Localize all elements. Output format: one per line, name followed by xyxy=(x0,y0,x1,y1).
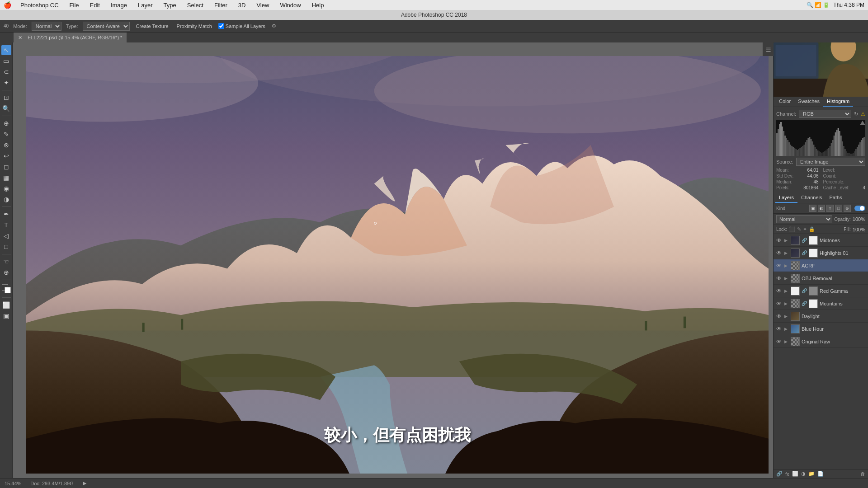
tool-screen-mode[interactable]: ▣ xyxy=(1,311,11,321)
layer-item[interactable]: 👁▶Original Raw xyxy=(774,335,868,348)
filter-pixel-icon[interactable]: ▣ xyxy=(809,205,816,212)
menu-image[interactable]: Image xyxy=(109,2,129,9)
source-select[interactable]: Entire Image xyxy=(796,158,865,166)
filter-adjustment-icon[interactable]: ◐ xyxy=(818,205,825,212)
sample-all-layers-label[interactable]: Sample All Layers xyxy=(218,23,265,29)
filter-smart-icon[interactable]: ⊛ xyxy=(844,205,851,212)
color-swatch[interactable] xyxy=(2,284,11,293)
tool-healing[interactable]: ⊕ xyxy=(1,118,11,128)
layer-item[interactable]: 👁▶ACRF xyxy=(774,259,868,272)
layer-group-arrow-icon[interactable]: ▶ xyxy=(784,339,789,344)
tool-shape[interactable]: □ xyxy=(1,242,11,252)
tool-lasso[interactable]: ⊂ xyxy=(1,67,11,77)
menu-photoshop[interactable]: Photoshop CC xyxy=(19,2,61,9)
layer-item[interactable]: 👁▶Daylight xyxy=(774,310,868,323)
new-layer-icon[interactable]: 📄 xyxy=(817,471,824,477)
proximity-match-btn[interactable]: Proximity Match xyxy=(175,23,214,30)
layer-item[interactable]: 👁▶🔗Red Gamma xyxy=(774,285,868,297)
tab-histogram[interactable]: Histogram xyxy=(823,97,853,107)
filter-type-icon[interactable]: T xyxy=(826,205,834,212)
layer-group-arrow-icon[interactable]: ▶ xyxy=(784,263,789,268)
tab-channels[interactable]: Channels xyxy=(797,193,826,203)
layer-group-arrow-icon[interactable]: ▶ xyxy=(784,327,789,331)
menu-filter[interactable]: Filter xyxy=(212,2,229,9)
tool-brush[interactable]: ✎ xyxy=(1,129,11,139)
channel-select[interactable]: RGB xyxy=(799,110,851,118)
tool-stamp[interactable]: ⊗ xyxy=(1,140,11,150)
link-layers-icon[interactable]: 🔗 xyxy=(776,471,783,477)
canvas-image[interactable]: 较小，但有点困扰我 xyxy=(26,56,769,474)
tool-dodge[interactable]: ◑ xyxy=(1,194,11,204)
tool-path-select[interactable]: ◁ xyxy=(1,231,11,241)
add-mask-icon[interactable]: ⬜ xyxy=(792,471,798,477)
menu-view[interactable]: View xyxy=(255,2,271,9)
layer-visibility-icon[interactable]: 👁 xyxy=(776,288,783,294)
layer-visibility-icon[interactable]: 👁 xyxy=(776,275,783,282)
layer-group-arrow-icon[interactable]: ▶ xyxy=(784,314,789,319)
layer-visibility-icon[interactable]: 👁 xyxy=(776,300,783,307)
add-style-icon[interactable]: fx xyxy=(785,471,789,477)
tool-mask-mode[interactable]: ⬜ xyxy=(1,300,11,310)
lock-paint-icon[interactable]: ✎ xyxy=(797,226,801,232)
blend-mode-select[interactable]: Normal xyxy=(776,215,832,223)
layer-item[interactable]: 👁▶Blue Hour xyxy=(774,323,868,335)
new-adjustment-icon[interactable]: ◑ xyxy=(801,471,806,477)
filter-toggle[interactable] xyxy=(854,206,865,211)
layer-visibility-icon[interactable]: 👁 xyxy=(776,263,783,269)
tool-text[interactable]: T xyxy=(1,220,11,230)
layer-group-arrow-icon[interactable]: ▶ xyxy=(784,289,789,293)
tool-blur[interactable]: ◉ xyxy=(1,183,11,193)
layer-item[interactable]: 👁▶🔗Mountains xyxy=(774,297,868,310)
tool-gradient[interactable]: ▦ xyxy=(1,173,11,183)
options-icon[interactable]: ⚙ xyxy=(272,23,276,29)
menu-3d[interactable]: 3D xyxy=(236,2,248,9)
layer-group-arrow-icon[interactable]: ▶ xyxy=(784,251,789,255)
panel-icon-menu[interactable]: ☰ xyxy=(764,45,773,54)
lock-position-icon[interactable]: ✦ xyxy=(803,226,807,232)
layer-visibility-icon[interactable]: 👁 xyxy=(776,250,783,256)
menu-file[interactable]: File xyxy=(68,2,81,9)
tool-zoom[interactable]: ⊕ xyxy=(1,267,11,277)
create-texture-btn[interactable]: Create Texture xyxy=(134,23,170,30)
tab-close[interactable]: ✕ xyxy=(18,35,22,41)
type-select[interactable]: Content-Aware xyxy=(83,22,130,31)
layer-item[interactable]: 👁▶🔗Highlights 01 xyxy=(774,247,868,259)
tool-history-brush[interactable]: ↩ xyxy=(1,151,11,161)
new-group-icon[interactable]: 📁 xyxy=(808,471,815,477)
layer-visibility-icon[interactable]: 👁 xyxy=(776,237,783,244)
tab-paths[interactable]: Paths xyxy=(826,193,846,203)
lock-transparency-icon[interactable]: ⬛ xyxy=(789,226,795,232)
status-arrow[interactable]: ▶ xyxy=(83,480,86,486)
menu-select[interactable]: Select xyxy=(185,2,205,9)
menu-window[interactable]: Window xyxy=(278,2,302,9)
tab-swatches[interactable]: Swatches xyxy=(794,97,823,107)
filter-shape-icon[interactable]: □ xyxy=(835,205,842,212)
layer-group-arrow-icon[interactable]: ▶ xyxy=(784,276,789,281)
menu-edit[interactable]: Edit xyxy=(88,2,102,9)
tool-hand[interactable]: ☜ xyxy=(1,257,11,267)
background-color[interactable] xyxy=(5,287,11,293)
layer-visibility-icon[interactable]: 👁 xyxy=(776,313,783,319)
layer-item[interactable]: 👁▶OBJ Removal xyxy=(774,272,868,285)
refresh-icon[interactable]: ↻ xyxy=(854,111,858,117)
menu-type[interactable]: Type xyxy=(162,2,178,9)
layer-visibility-icon[interactable]: 👁 xyxy=(776,326,783,332)
opacity-value[interactable]: 100% xyxy=(853,216,865,222)
tool-eyedropper[interactable]: 🔍 xyxy=(1,103,11,113)
layer-group-arrow-icon[interactable]: ▶ xyxy=(784,238,789,243)
delete-layer-icon[interactable]: 🗑 xyxy=(860,471,865,477)
tool-eraser[interactable]: ◻ xyxy=(1,162,11,172)
tool-crop[interactable]: ⊡ xyxy=(1,93,11,103)
mode-select[interactable]: Normal xyxy=(32,22,61,31)
layer-group-arrow-icon[interactable]: ▶ xyxy=(784,301,789,306)
tab-layers[interactable]: Layers xyxy=(775,193,797,203)
lock-all-icon[interactable]: 🔒 xyxy=(809,226,815,232)
tool-pen[interactable]: ✒ xyxy=(1,209,11,219)
active-tab[interactable]: ✕ _ELL2221.psd @ 15.4% (ACRF, RGB/16*) * xyxy=(14,33,127,42)
layer-item[interactable]: 👁▶🔗Midtones xyxy=(774,234,868,247)
fill-value[interactable]: 100% xyxy=(853,227,865,232)
tool-select-rect[interactable]: ▭ xyxy=(1,56,11,66)
menu-help[interactable]: Help xyxy=(310,2,326,9)
menu-layer[interactable]: Layer xyxy=(136,2,155,9)
sample-all-layers-checkbox[interactable] xyxy=(218,23,224,29)
